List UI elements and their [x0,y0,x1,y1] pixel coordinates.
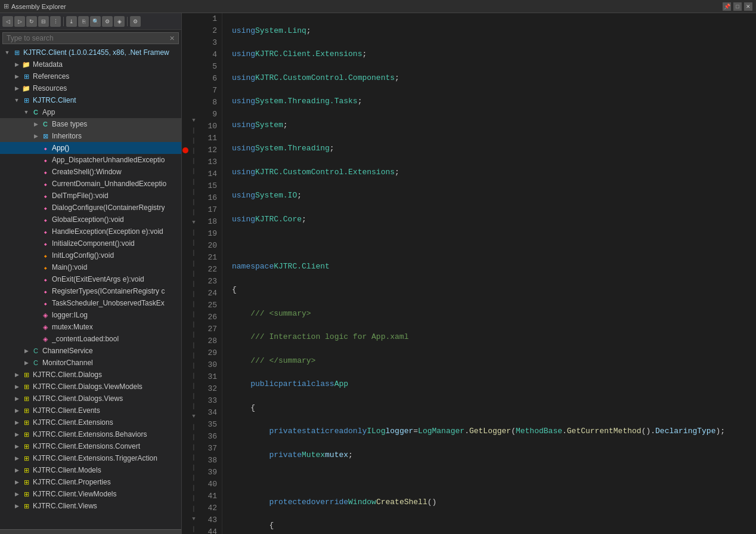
tree-item-logger-field[interactable]: ◈ logger:ILog [0,309,181,321]
fold-marker[interactable] [189,23,199,33]
fold-marker[interactable]: │ [189,360,199,371]
tree-item-channel-service[interactable]: ▶ C ChannelService [0,345,181,357]
fold-marker[interactable]: ▼ [189,115,199,125]
fold-marker[interactable]: │ [189,381,199,391]
fold-marker[interactable]: │ [189,238,199,248]
tree-item-monitor-channel[interactable]: ▶ C MonitorChannel [0,357,181,369]
search-bar[interactable]: ✕ [2,32,179,44]
tree-item-kjtrc-dialogs-v[interactable]: ▶ ⊞ KJTRC.Client.Dialogs.Views [0,393,181,405]
fold-marker[interactable]: ▼ [189,514,199,524]
tree-item-mutex-field[interactable]: ◈ mutex:Mutex [0,321,181,333]
tree-item-init-component[interactable]: ⬥ InitializeComponent():void [0,237,181,249]
fold-marker[interactable]: │ [189,340,199,350]
fold-marker[interactable]: ▼ [189,412,199,422]
tree-item-kjtrc-viewmodels[interactable]: ▶ ⊞ KJTRC.Client.ViewModels [0,488,181,500]
tree-item-kjtrc-dialogs-vm[interactable]: ▶ ⊞ KJTRC.Client.Dialogs.ViewModels [0,381,181,393]
fold-marker[interactable]: │ [189,391,199,402]
tree-item-task-scheduler[interactable]: ⬥ TaskScheduler_UnobservedTaskEx [0,297,181,309]
close-button[interactable]: ✕ [744,2,752,11]
tree-item-content-loaded[interactable]: ◈ _contentLoaded:bool [0,333,181,345]
tree-item-kjtrc-events[interactable]: ▶ ⊞ KJTRC.Client.Events [0,405,181,416]
tree-icon[interactable]: ⋮ [50,16,61,27]
fold-marker[interactable]: │ [189,166,199,177]
fold-marker[interactable]: │ [189,524,199,534]
fold-marker[interactable]: │ [189,463,199,473]
fold-marker[interactable]: │ [189,442,199,452]
fold-marker[interactable] [189,85,199,95]
tree-item-handle-exception[interactable]: ⬥ HandleException(Exception e):void [0,226,181,237]
fold-marker[interactable]: ▼ [189,218,199,228]
collapse-icon[interactable]: ⊟ [38,16,49,27]
tree-item-kjtrc-client-ns[interactable]: ▼ ⊞ KJTRC.Client [0,94,181,106]
fold-marker[interactable]: │ [189,268,199,279]
fold-marker[interactable]: │ [189,402,199,412]
tree-item-kjtrc-ext-convert[interactable]: ▶ ⊞ KJTRC.Client.Extensions.Convert [0,440,181,452]
tree-item-references[interactable]: ▶ ⊞ References [0,70,181,82]
fold-marker[interactable]: │ [189,207,199,217]
fold-marker[interactable]: │ [189,146,199,156]
fold-marker[interactable] [189,54,199,64]
fold-marker[interactable]: │ [189,156,199,166]
fold-marker[interactable] [189,33,199,44]
fold-marker[interactable]: │ [189,310,199,320]
tree-item-init-log-config[interactable]: ⬥ InitLogConfig():void [0,249,181,261]
fold-marker[interactable]: │ [189,187,199,197]
fold-marker[interactable]: │ [189,330,199,340]
tree-item-main[interactable]: ⬥ Main():void [0,261,181,273]
sidebar-hscrollbar[interactable] [0,529,181,534]
export-icon[interactable]: ⤓ [66,16,77,27]
nav-icon[interactable]: ◈ [114,16,125,27]
fold-marker[interactable]: │ [189,483,199,493]
tree-item-app-ctor[interactable]: ⬥ App() [0,142,181,154]
fold-marker[interactable]: │ [189,504,199,514]
tree-item-app-class[interactable]: ▼ C App [0,106,181,118]
float-button[interactable]: □ [733,2,742,11]
tree-item-dialog-configure[interactable]: ⬥ DialogConfigure(IContainerRegistry [0,202,181,214]
tree-item-metadata[interactable]: ▶ 📁 Metadata [0,58,181,70]
tree-item-del-tmp-file[interactable]: ⬥ DelTmpFile():void [0,190,181,202]
tree-item-kjtrc-extensions[interactable]: ▶ ⊞ KJTRC.Client.Extensions [0,416,181,428]
fold-marker[interactable]: │ [189,422,199,432]
fold-marker[interactable]: │ [189,289,199,299]
fold-marker[interactable]: │ [189,258,199,268]
tree-item-kjtrc-ext-trigger[interactable]: ▶ ⊞ KJTRC.Client.Extensions.TriggerActio… [0,452,181,464]
tree-item-inheritors[interactable]: ▶ ⊠ Inheritors [0,130,181,142]
tree-item-on-exit[interactable]: ⬥ OnExit(ExitEventArgs e):void [0,273,181,285]
fold-marker[interactable]: │ [189,300,199,310]
pin-button[interactable]: 📌 [723,2,731,11]
fold-marker[interactable]: │ [189,228,199,238]
tree-item-kjtrc-client[interactable]: ▼ ⊞ KJTRC.Client (1.0.0.21455, x86, .Net… [0,47,181,58]
fold-marker[interactable]: │ [189,350,199,360]
fold-marker[interactable]: │ [189,177,199,187]
fold-marker[interactable] [189,95,199,105]
fold-marker[interactable]: │ [189,371,199,381]
forward-icon[interactable]: ▷ [14,16,25,27]
tree-item-register-types[interactable]: ⬥ RegisterTypes(IContainerRegistry c [0,285,181,297]
tree-item-dispatcher[interactable]: ⬥ App_DispatcherUnhandledExceptio [0,154,181,166]
refresh-icon[interactable]: ↻ [26,16,37,27]
tree-item-current-domain[interactable]: ⬥ CurrentDomain_UnhandledExceptio [0,178,181,190]
fold-marker[interactable] [189,44,199,54]
copy-icon[interactable]: ⎘ [78,16,89,27]
tree-item-kjtrc-models[interactable]: ▶ ⊞ KJTRC.Client.Models [0,464,181,476]
tree-item-resources[interactable]: ▶ 📁 Resources [0,82,181,94]
fold-marker[interactable] [189,105,199,115]
fold-marker[interactable]: │ [189,320,199,330]
fold-marker[interactable]: │ [189,125,199,135]
tree-item-kjtrc-views[interactable]: ▶ ⊞ KJTRC.Client.Views [0,500,181,512]
filter-icon[interactable]: ⚙ [102,16,113,27]
fold-marker[interactable]: │ [189,432,199,442]
fold-marker[interactable] [189,13,199,23]
fold-marker[interactable]: │ [189,248,199,258]
tree-item-base-types[interactable]: ▶ C Base types [0,118,181,130]
fold-marker[interactable]: │ [189,197,199,207]
fold-marker[interactable]: │ [189,136,199,146]
search-clear-icon[interactable]: ✕ [169,35,175,42]
fold-marker[interactable]: │ [189,452,199,462]
code-content[interactable]: ▼ │ │ │ │ │ │ │ │ │ ▼ │ │ │ │ │ │ │ │ │ [182,13,756,534]
fold-marker[interactable] [189,64,199,75]
fold-marker[interactable] [189,75,199,85]
fold-marker[interactable]: │ [189,473,199,483]
settings-icon[interactable]: ⚙ [130,16,141,27]
fold-marker[interactable]: │ [189,279,199,289]
